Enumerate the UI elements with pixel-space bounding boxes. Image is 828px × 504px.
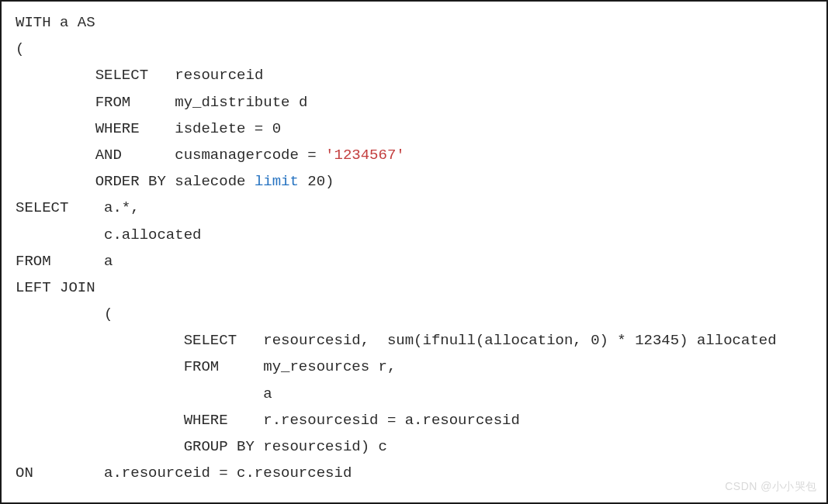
keyword-and: AND [95,147,122,164]
condition: a.resourceid = c.resourcesid [104,464,352,482]
number: 20) [299,173,334,190]
sql-code-block: WITH a AS ( SELECT resourceid FROM my_di… [16,9,812,486]
column: c.allocated [104,226,201,243]
keyword-where: WHERE [184,412,228,429]
keyword-from: FROM [95,94,131,111]
keyword-select: SELECT [16,199,68,216]
keyword-limit: limit [255,173,299,190]
string-literal: '1234567' [325,147,405,164]
keyword-with: WITH [16,14,51,31]
keyword-on: ON [16,464,33,482]
keyword-where: WHERE [95,120,140,137]
table-alias: a [263,385,272,402]
keyword-select: SELECT [95,67,148,84]
column: resourcesid) c [255,438,387,455]
paren-open: ( [104,306,113,323]
keyword-select: SELECT [184,332,237,349]
text: a [51,14,78,31]
keyword-as: AS [78,14,95,31]
table-alias: a [104,253,113,270]
keyword-group-by: GROUP BY [184,438,255,455]
column: resourcesid, sum(ifnull(allocation, 0) *… [263,332,776,349]
condition: r.resourcesid = a.resourcesid [263,412,520,429]
keyword-by: BY [140,173,166,190]
column: cusmanagercode = [175,147,325,164]
paren-open: ( [16,40,24,57]
keyword-from: FROM [16,253,51,270]
condition: isdelete = 0 [175,120,281,137]
table-name: my_distribute d [175,94,307,111]
keyword-order: ORDER [95,173,140,190]
watermark-text: CSDN @小小哭包 [725,477,817,496]
table-name: my_resources r, [263,358,396,375]
column: salecode [166,173,255,190]
column: resourceid [175,67,263,84]
keyword-from: FROM [184,358,220,375]
column: a.*, [104,199,140,216]
keyword-left-join: LEFT JOIN [16,279,95,296]
